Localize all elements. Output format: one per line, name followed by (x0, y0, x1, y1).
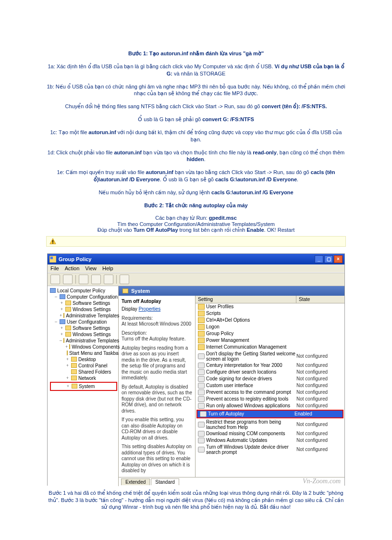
menu-help[interactable]: Help (102, 265, 113, 271)
tree-uc-ss[interactable]: +Software Settings (49, 325, 118, 331)
row-name: User Profiles (206, 304, 296, 309)
tree-pane: Local Computer Policy –Computer Configur… (48, 286, 119, 486)
list-row[interactable]: Don't display the Getting Started welcom… (196, 351, 344, 362)
svg-rect-1 (52, 242, 53, 243)
folder-icon (198, 317, 205, 323)
setting-icon (198, 422, 205, 427)
list-row[interactable]: Scripts (196, 310, 344, 317)
row-state: Not configured (296, 383, 342, 388)
up-button[interactable] (79, 275, 88, 284)
step2-run: Các bạn chạy từ Run: gpedit.msc (46, 215, 346, 221)
tree-wc[interactable]: +Windows Components (49, 344, 118, 350)
tree-cc[interactable]: –Computer Configuration (49, 294, 118, 300)
list-row[interactable]: Power Management (196, 337, 344, 344)
tree-cc-ws[interactable]: +Windows Settings (49, 306, 118, 313)
svg-rect-3 (50, 256, 53, 259)
tree-nw[interactable]: +Network (49, 375, 118, 381)
row-highlight: Turn off AutoplayEnabled (196, 410, 343, 418)
list-row[interactable]: Windows Automatic UpdatesNot configured (196, 437, 344, 444)
maximize-button[interactable]: ▢ (324, 255, 333, 263)
list-row[interactable]: Group Policy (196, 330, 344, 337)
row-state: Enabled (294, 411, 340, 416)
menu-file[interactable]: File (50, 265, 59, 271)
row-name: Prevent access to registry editing tools (206, 396, 296, 402)
folder-icon (65, 307, 71, 312)
row-state: Not configured (296, 403, 342, 408)
list-row[interactable]: Restrict these programs from being launc… (196, 419, 344, 430)
tree-cp[interactable]: +Control Panel (49, 363, 118, 369)
list-row[interactable]: Internet Communication Management (196, 344, 344, 351)
tree-dk[interactable]: +Desktop (49, 356, 118, 363)
back-button[interactable] (50, 275, 60, 284)
step2-path: Tìm theo Computer Configuration/Administ… (46, 221, 346, 227)
row-state: Not configured (296, 396, 342, 402)
row-state: Not configured (296, 447, 342, 452)
list-row[interactable]: Download missing COM componentsNot confi… (196, 430, 344, 437)
list-row[interactable]: Configure driver search locationsNot con… (196, 369, 344, 376)
step1b: 1b: Nếu ổ USB của bạn có chức năng ghi â… (46, 83, 346, 98)
tree-cc-ss[interactable]: +Software Settings (49, 300, 118, 306)
row-name: Don't display the Getting Started welcom… (206, 351, 296, 362)
row-name: Turn off Windows Update device driver se… (206, 444, 296, 455)
folder-icon (72, 384, 77, 389)
menu-action[interactable]: Action (65, 265, 80, 271)
col-state[interactable]: State (296, 296, 344, 303)
menu-view[interactable]: View (85, 265, 97, 271)
step2-heading: Bước 2: Tắt chức năng autoplay của máy (46, 202, 346, 209)
setting-icon (198, 447, 205, 452)
col-setting[interactable]: Setting (196, 296, 296, 303)
list-row[interactable]: Prevent access to registry editing tools… (196, 396, 344, 402)
setting-icon (198, 376, 205, 382)
svg-rect-0 (52, 240, 53, 242)
step1c: 1c: Tạo một file autorun.inf với nội dun… (46, 129, 346, 143)
setting-icon (198, 383, 205, 389)
row-name: Scripts (206, 311, 296, 316)
refresh-button[interactable] (104, 275, 113, 284)
row-state: Not configured (296, 431, 342, 436)
forward-button[interactable] (63, 275, 73, 284)
props-button[interactable] (91, 275, 101, 284)
folder-icon (65, 301, 71, 305)
list-row[interactable]: Code signing for device driversNot confi… (196, 376, 344, 382)
list-row[interactable]: Logon (196, 324, 344, 330)
tree-sys[interactable]: +System (51, 383, 116, 389)
help-button[interactable] (120, 275, 129, 284)
tree-uc-ws[interactable]: +Windows Settings (49, 331, 118, 338)
list-row[interactable]: Prevent access to the command promptNot … (196, 389, 344, 396)
tree-uc-at[interactable]: –Administrative Templates (49, 338, 118, 344)
folder-icon (71, 369, 77, 374)
folder-icon (198, 338, 205, 343)
step1a: 1a: Xác định tên ổ đĩa USB của bạn là gì… (46, 63, 346, 77)
tree-smt[interactable]: Start Menu and Taskba (49, 350, 118, 356)
list-row[interactable]: Run only allowed Windows applicationsNot… (196, 402, 344, 409)
toolbar (48, 273, 344, 286)
setting-icon (198, 396, 205, 402)
step1-convert: Chuyển đổi hệ thống files sang NTFS bằng… (46, 103, 346, 110)
list-row[interactable]: Turn off AutoplayEnabled (197, 411, 343, 417)
list-row[interactable]: Turn off Windows Update device driver se… (196, 444, 344, 455)
folder-icon (71, 357, 77, 362)
folder-icon (71, 376, 77, 380)
row-name: Restrict these programs from being launc… (206, 419, 296, 430)
tree-cc-at[interactable]: +Administrative Templates (49, 313, 118, 319)
detail-pane: Turn off Autoplay Display Properties Req… (119, 296, 196, 477)
folder-icon (198, 331, 205, 337)
properties-link[interactable]: Properties (139, 306, 161, 312)
minimize-button[interactable]: _ (315, 255, 323, 263)
list-row[interactable]: Century interpretation for Year 2000Not … (196, 362, 344, 369)
folder-icon (63, 313, 64, 318)
tree-uc[interactable]: –User Configuration (49, 319, 118, 325)
folder-icon (198, 324, 205, 330)
row-name: Prevent access to the command prompt (206, 389, 296, 395)
list-row[interactable]: Custom user interfaceNot configured (196, 382, 344, 389)
step1-heading: Bước 1: Tạo autorun.inf nhằm đánh lừa vi… (46, 50, 346, 57)
close-button[interactable]: × (334, 255, 343, 263)
folder-icon (69, 344, 70, 349)
row-name: Windows Automatic Updates (206, 438, 296, 443)
tree-sf[interactable]: Shared Folders (49, 369, 118, 375)
tree-root[interactable]: Local Computer Policy (49, 288, 118, 294)
list-row[interactable]: User Profiles (196, 303, 344, 310)
list-row[interactable]: Ctrl+Alt+Del Options (196, 317, 344, 324)
folder-icon (122, 289, 128, 293)
config-icon (60, 319, 65, 324)
